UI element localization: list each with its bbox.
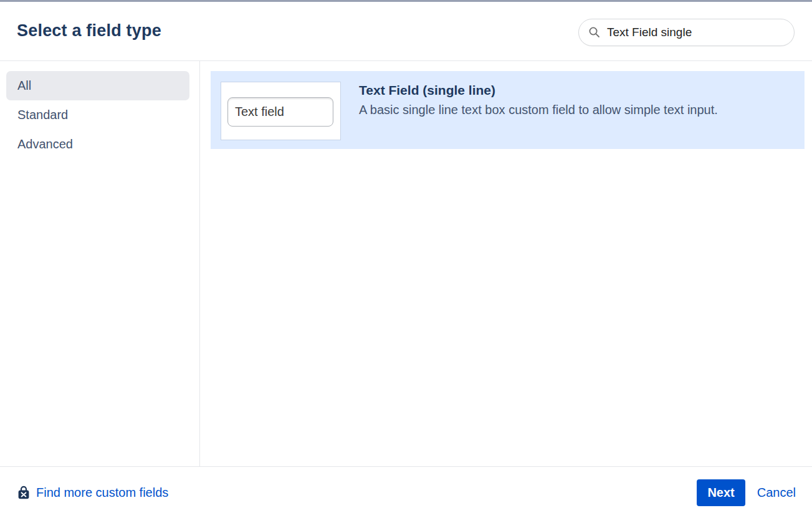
sidebar-item-label: Advanced — [17, 137, 73, 151]
field-preview-input: Text field — [227, 97, 333, 127]
footer-left: Find more custom fields — [17, 486, 168, 500]
dialog-body: All Standard Advanced Text field Text Fi… — [0, 61, 812, 466]
field-type-row-text-field-single[interactable]: Text field Text Field (single line) A ba… — [211, 71, 805, 149]
sidebar-item-standard[interactable]: Standard — [6, 100, 189, 130]
cancel-link[interactable]: Cancel — [757, 486, 796, 500]
page-title: Select a field type — [17, 21, 161, 41]
field-type-description: A basic single line text box custom fiel… — [359, 102, 718, 118]
next-button[interactable]: Next — [697, 479, 745, 506]
dialog-header: Select a field type — [0, 2, 812, 60]
sidebar-item-all[interactable]: All — [6, 71, 189, 100]
category-sidebar: All Standard Advanced — [0, 61, 200, 466]
field-type-info: Text Field (single line) A basic single … — [359, 82, 718, 118]
sidebar-item-label: Standard — [17, 108, 68, 122]
find-more-custom-fields-link[interactable]: Find more custom fields — [36, 486, 168, 500]
search-input[interactable] — [607, 26, 785, 39]
results-list: Text field Text Field (single line) A ba… — [200, 61, 812, 466]
sidebar-item-advanced[interactable]: Advanced — [6, 130, 189, 159]
field-preview-card: Text field — [221, 82, 341, 140]
dialog-footer: Find more custom fields Next Cancel — [0, 466, 812, 518]
field-type-title: Text Field (single line) — [359, 83, 718, 98]
search-icon — [588, 26, 601, 39]
marketplace-bag-icon — [17, 486, 30, 500]
field-search-box[interactable] — [578, 19, 795, 46]
field-preview-text: Text field — [235, 105, 284, 119]
footer-actions: Next Cancel — [697, 479, 796, 506]
field-type-dialog: Select a field type All Standard Advance… — [0, 0, 812, 518]
sidebar-item-label: All — [17, 79, 31, 93]
